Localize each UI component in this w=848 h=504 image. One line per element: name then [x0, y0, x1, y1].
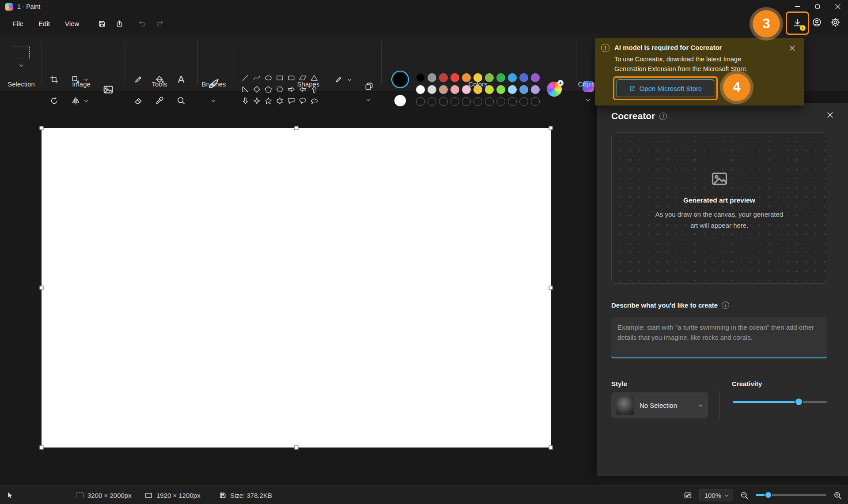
- drawing-canvas[interactable]: [42, 128, 551, 448]
- empty-color-slot[interactable]: [439, 97, 448, 106]
- zoom-slider[interactable]: [756, 491, 826, 499]
- chevron-down-icon[interactable]: [586, 98, 590, 101]
- shape-right-triangle-button[interactable]: [239, 83, 251, 95]
- redo-button[interactable]: [151, 16, 169, 31]
- undo-button[interactable]: [133, 16, 151, 31]
- crop-button[interactable]: [47, 73, 61, 86]
- creativity-slider[interactable]: [733, 398, 827, 406]
- color-picker-tool-button[interactable]: [153, 94, 166, 107]
- color-swatch[interactable]: [416, 85, 425, 94]
- color-swatch[interactable]: [496, 73, 505, 82]
- shape-curve-button[interactable]: [251, 72, 262, 83]
- chevron-down-icon[interactable]: [367, 98, 370, 101]
- color-swatch[interactable]: [450, 73, 459, 82]
- color-swatch[interactable]: [439, 85, 448, 94]
- selection-handle[interactable]: [549, 126, 553, 130]
- zoom-in-icon[interactable]: [833, 491, 842, 500]
- rotate-button[interactable]: [47, 94, 61, 107]
- menu-edit[interactable]: Edit: [31, 17, 57, 30]
- primary-color-swatch[interactable]: [394, 73, 407, 86]
- color-swatch[interactable]: [428, 73, 436, 82]
- shape-fill-button[interactable]: [362, 79, 375, 93]
- eraser-tool-button[interactable]: [132, 94, 145, 107]
- color-swatch[interactable]: [496, 85, 505, 94]
- magnifier-tool-button[interactable]: [174, 94, 188, 107]
- empty-color-slot[interactable]: [496, 97, 505, 106]
- color-swatch[interactable]: [519, 85, 528, 94]
- flip-button[interactable]: [69, 94, 82, 107]
- chevron-down-icon[interactable]: [348, 77, 351, 81]
- chevron-down-icon[interactable]: [84, 98, 88, 102]
- chevron-down-icon[interactable]: [212, 98, 215, 102]
- color-swatch[interactable]: [519, 73, 528, 82]
- zoom-out-icon[interactable]: [740, 491, 749, 500]
- selection-tool-button[interactable]: [9, 42, 34, 77]
- color-swatch[interactable]: [428, 85, 436, 94]
- shape-rectangle-button[interactable]: [274, 72, 285, 83]
- pencil-tool-button[interactable]: [132, 73, 145, 86]
- shape-line-button[interactable]: [239, 72, 251, 83]
- color-swatch[interactable]: [508, 85, 517, 94]
- style-dropdown[interactable]: No Selection: [611, 392, 708, 418]
- shape-callout-cloud-button[interactable]: [308, 95, 320, 106]
- info-icon[interactable]: [659, 113, 667, 120]
- selection-handle[interactable]: [40, 286, 44, 290]
- selection-handle[interactable]: [549, 286, 553, 290]
- color-swatch[interactable]: [439, 73, 448, 82]
- shape-rounded-rectangle-button[interactable]: [285, 72, 297, 83]
- empty-color-slot[interactable]: [473, 97, 482, 106]
- selection-handle[interactable]: [40, 446, 44, 450]
- shape-star-six-button[interactable]: [274, 95, 285, 106]
- maximize-button[interactable]: [807, 0, 828, 13]
- shape-arrow-down-button[interactable]: [239, 95, 251, 106]
- empty-color-slot[interactable]: [508, 97, 517, 106]
- selection-handle[interactable]: [295, 126, 299, 130]
- image-options-button[interactable]: [101, 82, 116, 97]
- prompt-input[interactable]: [611, 317, 827, 358]
- empty-color-slot[interactable]: [428, 97, 436, 106]
- color-swatch[interactable]: [450, 85, 459, 94]
- color-swatch[interactable]: [416, 73, 425, 82]
- shape-star-five-button[interactable]: [262, 95, 274, 106]
- menu-file[interactable]: File: [5, 17, 31, 30]
- text-tool-button[interactable]: A: [174, 73, 188, 86]
- selection-handle[interactable]: [40, 126, 44, 130]
- account-button[interactable]: [809, 15, 824, 30]
- info-icon[interactable]: [722, 301, 729, 309]
- zoom-level-dropdown[interactable]: 100%: [699, 489, 733, 501]
- empty-color-slot[interactable]: [485, 97, 494, 106]
- panel-close-button[interactable]: [823, 108, 837, 121]
- empty-color-slot[interactable]: [519, 97, 528, 106]
- shape-diamond-button[interactable]: [251, 83, 262, 95]
- download-extension-button[interactable]: [787, 13, 808, 34]
- chevron-down-icon[interactable]: [19, 63, 23, 67]
- fit-to-screen-icon[interactable]: [684, 491, 692, 500]
- menu-view[interactable]: View: [57, 17, 87, 30]
- save-button[interactable]: [93, 16, 110, 31]
- selection-handle[interactable]: [295, 446, 299, 450]
- shape-callout-oval-button[interactable]: [297, 95, 308, 106]
- empty-color-slot[interactable]: [462, 97, 471, 106]
- flyout-close-button[interactable]: [787, 42, 798, 54]
- shape-oval-button[interactable]: [262, 72, 274, 83]
- close-button[interactable]: [828, 0, 848, 13]
- selection-handle[interactable]: [549, 446, 553, 450]
- shape-outline-button[interactable]: [333, 73, 344, 86]
- shape-callout-rectangle-button[interactable]: [285, 95, 297, 106]
- empty-color-slot[interactable]: [416, 97, 425, 106]
- share-button[interactable]: [110, 16, 128, 31]
- open-microsoft-store-button[interactable]: Open Microsoft Store: [617, 79, 714, 97]
- zoom-slider-thumb[interactable]: [765, 492, 771, 498]
- creativity-slider-thumb[interactable]: [795, 399, 802, 405]
- empty-color-slot[interactable]: [531, 97, 540, 106]
- color-swatch[interactable]: [531, 73, 540, 82]
- shape-pentagon-button[interactable]: [262, 83, 274, 95]
- shape-arrow-right-button[interactable]: [285, 83, 297, 95]
- shape-hexagon-button[interactable]: [274, 83, 285, 95]
- secondary-color-swatch[interactable]: [394, 95, 406, 106]
- color-swatch[interactable]: [508, 73, 517, 82]
- color-swatch[interactable]: [531, 85, 540, 94]
- settings-button[interactable]: [828, 15, 843, 30]
- shape-star-four-button[interactable]: [251, 95, 262, 106]
- empty-color-slot[interactable]: [450, 97, 459, 106]
